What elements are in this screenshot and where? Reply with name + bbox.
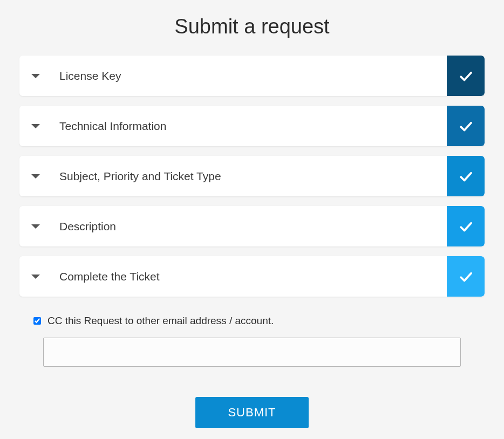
accordion-item-complete-ticket[interactable]: Complete the Ticket bbox=[19, 256, 485, 297]
caret-down-icon bbox=[31, 74, 40, 78]
caret-down-icon bbox=[31, 124, 40, 128]
status-check bbox=[447, 256, 485, 297]
accordion-label: License Key bbox=[59, 70, 121, 83]
accordion-label: Technical Information bbox=[59, 120, 166, 133]
accordion-item-description[interactable]: Description bbox=[19, 206, 485, 246]
page-title: Submit a request bbox=[19, 0, 485, 56]
cc-row[interactable]: CC this Request to other email address /… bbox=[33, 315, 485, 327]
cc-checkbox[interactable] bbox=[33, 317, 41, 325]
caret-down-icon bbox=[31, 275, 40, 279]
check-icon bbox=[458, 218, 474, 235]
accordion-item-technical-information[interactable]: Technical Information bbox=[19, 106, 485, 146]
accordion-label: Complete the Ticket bbox=[59, 270, 160, 283]
cc-email-input[interactable] bbox=[43, 338, 461, 367]
accordion-item-subject-priority[interactable]: Subject, Priority and Ticket Type bbox=[19, 156, 485, 196]
status-check bbox=[447, 56, 485, 96]
check-icon bbox=[458, 118, 474, 134]
accordion-label: Subject, Priority and Ticket Type bbox=[59, 170, 221, 183]
cc-section: CC this Request to other email address /… bbox=[19, 315, 485, 367]
cc-label: CC this Request to other email address /… bbox=[47, 315, 274, 327]
status-check bbox=[447, 206, 485, 246]
accordion-label: Description bbox=[59, 220, 116, 233]
check-icon bbox=[458, 269, 474, 285]
submit-button[interactable]: SUBMIT bbox=[195, 397, 308, 428]
check-icon bbox=[458, 168, 474, 184]
status-check bbox=[447, 106, 485, 146]
caret-down-icon bbox=[31, 224, 40, 229]
check-icon bbox=[458, 68, 474, 84]
accordion-item-license-key[interactable]: License Key bbox=[19, 56, 485, 96]
caret-down-icon bbox=[31, 174, 40, 179]
status-check bbox=[447, 156, 485, 196]
